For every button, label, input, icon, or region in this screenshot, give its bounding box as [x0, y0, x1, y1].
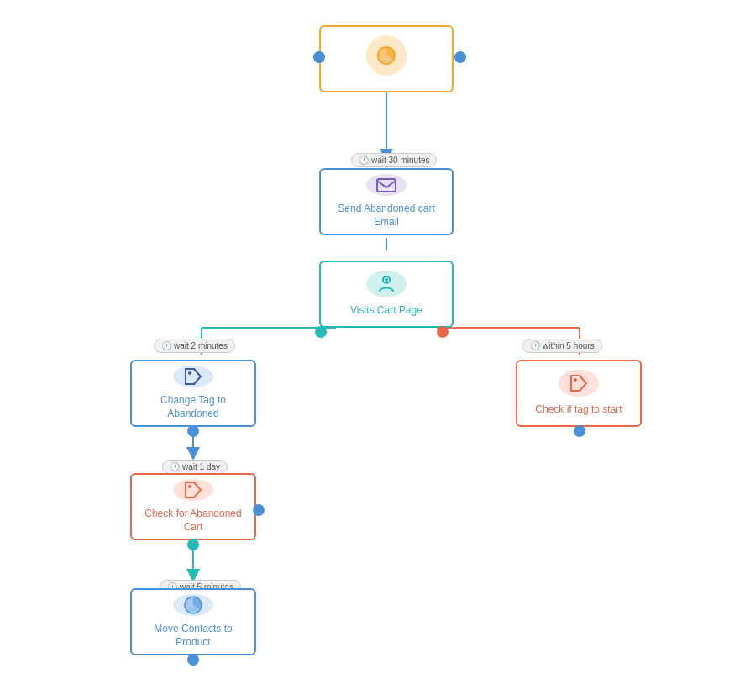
- cart-node[interactable]: Visits Cart Page: [319, 261, 454, 328]
- svg-point-13: [188, 485, 191, 488]
- move-node[interactable]: Move Contacts to Product: [130, 588, 256, 655]
- wait-badge-2: 🕐 wait 2 minutes: [154, 339, 235, 353]
- tagcheck-label: Check if tag to start: [535, 403, 622, 417]
- cart-icon: [366, 271, 407, 297]
- cart-right-dot: [437, 326, 449, 338]
- trigger-icon: [366, 35, 407, 76]
- cart-left-dot: [315, 326, 327, 338]
- tagcheck-bottom-dot: [574, 425, 585, 437]
- trigger-right-dot: [454, 51, 466, 63]
- wait-label-3: wait 1 day: [182, 462, 220, 471]
- svg-rect-9: [377, 179, 396, 192]
- check-right-dot: [253, 504, 265, 516]
- tag-node[interactable]: Change Tag to Abandoned: [130, 360, 256, 427]
- wait-label-2: wait 2 minutes: [174, 341, 228, 350]
- svg-point-11: [385, 278, 388, 282]
- svg-point-15: [574, 378, 577, 382]
- email-label: Send Abandoned cart Email: [329, 203, 443, 229]
- email-icon: [366, 174, 407, 196]
- wait-label-1: wait 30 minutes: [371, 155, 429, 165]
- clock-icon-3: 🕐: [170, 462, 180, 471]
- tagcheck-icon: [559, 370, 599, 397]
- check-icon: [173, 479, 213, 501]
- connections-svg: [0, 0, 745, 700]
- cart-label: Visits Cart Page: [350, 304, 422, 318]
- move-bottom-dot: [187, 654, 199, 666]
- clock-icon-2: 🕐: [161, 341, 171, 350]
- move-icon: [173, 594, 213, 616]
- email-node[interactable]: Send Abandoned cart Email: [319, 168, 454, 235]
- workflow-canvas: 🕐 wait 30 minutes Send Abandoned cart Em…: [0, 0, 745, 700]
- check-node[interactable]: Check for Abandoned Cart: [130, 473, 256, 540]
- wait-badge-5: 🕐 within 5 hours: [522, 339, 602, 353]
- tagcheck-node[interactable]: Check if tag to start: [516, 360, 642, 427]
- wait-badge-3: 🕐 wait 1 day: [162, 460, 228, 474]
- trigger-left-dot: [313, 51, 325, 63]
- check-bottom-dot: [187, 539, 199, 550]
- check-label: Check for Abandoned Cart: [140, 508, 246, 534]
- svg-point-12: [188, 371, 191, 375]
- clock-icon-1: 🕐: [359, 155, 369, 165]
- move-label: Move Contacts to Product: [140, 623, 246, 649]
- wait-label-5: within 5 hours: [543, 341, 595, 350]
- tag-bottom-dot: [187, 425, 199, 437]
- clock-icon-5: 🕐: [530, 341, 540, 350]
- tag-icon: [173, 366, 213, 387]
- trigger-node[interactable]: [319, 25, 454, 92]
- wait-badge-1: 🕐 wait 30 minutes: [351, 153, 437, 167]
- tag-label: Change Tag to Abandoned: [140, 394, 246, 420]
